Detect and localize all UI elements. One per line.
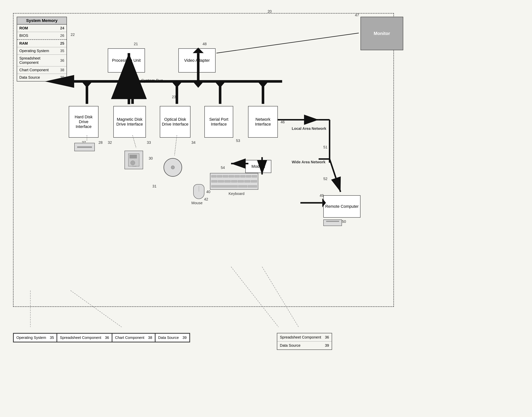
ref-31: 31 — [152, 184, 156, 188]
ref-51: 51 — [323, 145, 327, 149]
optical-disk-interface-label: Optical Disk Drive Interface — [162, 117, 189, 127]
ref-49: 49 — [320, 193, 324, 198]
ref-50: 50 — [342, 219, 346, 224]
datasource-label: Data Source — [19, 75, 40, 80]
video-adapter-box: Video Adapter — [178, 48, 216, 73]
bios-row: BIOS 26 — [17, 32, 67, 40]
os-num: 35 — [60, 49, 64, 53]
bottom-right-spreadsheet-label: Spreadsheet Component — [280, 335, 321, 339]
ref-22: 22 — [70, 32, 75, 37]
ref-23: 23 — [172, 95, 176, 99]
ref-34: 34 — [191, 140, 195, 145]
bottom-right-datasource-row: Data Source 39 — [277, 342, 332, 349]
modem-box: Modem — [245, 160, 271, 173]
rom-row: ROM 24 — [17, 25, 67, 32]
serial-port-interface-box: Serial Port Interface — [204, 106, 233, 138]
ref-54: 54 — [221, 166, 225, 170]
bottom-chart-label: Chart Component — [115, 335, 144, 340]
processing-unit-box: Processing Unit — [108, 48, 145, 73]
mouse-icon — [193, 184, 204, 199]
wide-area-network-label: Wide Area Network — [292, 160, 325, 164]
bottom-datasource-box: Data Source 39 — [155, 333, 190, 342]
network-interface-label: Network Interface — [250, 117, 276, 127]
bottom-chart-box: Chart Component 38 — [112, 333, 155, 342]
ram-label: RAM — [19, 41, 28, 46]
bottom-os-num: 35 — [50, 335, 54, 340]
bottom-datasource-num: 39 — [182, 335, 187, 340]
os-row: Operating System 35 — [17, 47, 67, 55]
ram-num: 25 — [60, 41, 64, 46]
serial-port-interface-label: Serial Port Interface — [206, 117, 231, 127]
ref-53: 53 — [236, 139, 240, 143]
bottom-right-group: Spreadsheet Component 36 Data Source 39 — [277, 333, 332, 350]
hard-disk-interface-box: Hard Disk Drive Interface — [69, 106, 99, 138]
optical-disk-interface-box: Optical Disk Drive Interface — [160, 106, 191, 138]
bottom-spreadsheet-box: Spreadsheet Component 36 — [57, 333, 112, 342]
bottom-chart-num: 38 — [148, 335, 152, 340]
ref-52: 52 — [323, 177, 327, 181]
optical-disk-icon — [163, 158, 182, 177]
magnetic-disk-interface-box: Magnetic Disk Drive Interface — [113, 106, 146, 138]
diagram-container: 20 System Memory ROM 24 BIOS 26 RAM 25 O… — [7, 7, 524, 409]
bios-num: 26 — [60, 33, 64, 38]
remote-computer-box: Remote Computer — [323, 195, 361, 218]
ref-33: 33 — [147, 140, 151, 145]
network-interface-box: Network Interface — [248, 106, 278, 138]
bottom-right-datasource-num: 39 — [325, 343, 329, 348]
chart-row: Chart Component 38 — [17, 66, 67, 74]
rom-num: 24 — [60, 26, 64, 30]
ref-48: 48 — [202, 42, 207, 46]
datasource-num: 39 — [60, 75, 64, 80]
ref-46: 46 — [281, 120, 285, 124]
local-area-network-label: Local Area Network — [292, 126, 326, 131]
bottom-left-group: Operating System 35 Spreadsheet Componen… — [13, 333, 190, 343]
bottom-datasource-label: Data Source — [158, 335, 179, 340]
ref-47: 47 — [355, 13, 359, 17]
remote-hdd-icon — [323, 219, 342, 226]
processing-unit-label: Processing Unit — [112, 58, 141, 63]
chart-num: 38 — [60, 68, 64, 72]
video-adapter-label: Video Adapter — [184, 58, 210, 63]
spreadsheet-label: Spreadsheet Component — [19, 56, 60, 65]
hard-disk-icon — [74, 143, 95, 151]
ram-row: RAM 25 — [17, 40, 67, 47]
spreadsheet-row: Spreadsheet Component 36 — [17, 55, 67, 66]
bottom-right-spreadsheet-num: 36 — [325, 335, 329, 339]
monitor-label: Monitor — [374, 31, 390, 36]
bottom-os-box: Operating System 35 — [13, 333, 57, 342]
ref-30: 30 — [149, 156, 153, 160]
spreadsheet-num: 36 — [60, 58, 64, 63]
keyboard-label: Keyboard — [229, 192, 245, 196]
rom-label: ROM — [19, 26, 28, 30]
ref-21: 21 — [134, 42, 138, 46]
modem-label: Modem — [251, 164, 265, 169]
bottom-os-label: Operating System — [16, 335, 46, 340]
ref-42: 42 — [204, 197, 208, 201]
floppy-disk-icon — [124, 151, 143, 169]
bottom-spreadsheet-num: 36 — [105, 335, 109, 340]
bottom-right-spreadsheet-row: Spreadsheet Component 36 — [277, 333, 332, 342]
keyboard-icon — [210, 173, 258, 190]
ref-32: 32 — [108, 140, 112, 145]
mouse-label: Mouse — [191, 201, 202, 205]
system-memory-header: System Memory — [17, 17, 67, 25]
bios-label: BIOS — [19, 33, 28, 38]
magnetic-disk-interface-label: Magnetic Disk Drive Interface — [115, 117, 144, 127]
os-label: Operating System — [19, 49, 49, 53]
datasource-row: Data Source 39 — [17, 74, 67, 81]
hard-disk-interface-label: Hard Disk Drive Interface — [70, 115, 97, 129]
bottom-spreadsheet-label: Spreadsheet Component — [60, 335, 101, 340]
ref-28: 28 — [99, 140, 103, 145]
monitor-box: Monitor — [361, 17, 403, 50]
remote-computer-label: Remote Computer — [325, 204, 359, 209]
ref-40: 40 — [206, 190, 210, 194]
system-memory-box: System Memory ROM 24 BIOS 26 RAM 25 Oper… — [17, 17, 67, 82]
system-bus-label: System Bus — [141, 78, 163, 83]
bottom-right-datasource-label: Data Source — [280, 343, 301, 348]
chart-label: Chart Component — [19, 68, 49, 72]
